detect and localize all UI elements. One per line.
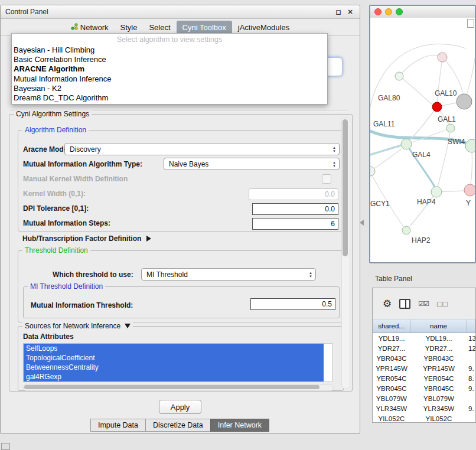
table-cell: YBR043C xyxy=(410,355,467,362)
network-node[interactable] xyxy=(431,187,442,197)
column-header-extra[interactable] xyxy=(467,319,475,332)
close-traffic-light-icon[interactable] xyxy=(374,8,382,15)
columns-icon[interactable] xyxy=(399,299,410,309)
table-row[interactable]: YLR345WYLR345W9. xyxy=(373,403,475,413)
algorithm-option-dream8-dc-tdc-algorithm[interactable]: Dream8 DC_TDC Algorithm xyxy=(12,93,327,103)
settings-vertical-scrollbar[interactable] xyxy=(341,118,350,389)
panel-grip-icon[interactable] xyxy=(1,443,10,450)
attributes-horizontal-scrollbar[interactable] xyxy=(23,384,334,391)
bottom-tab-bar: Impute DataDiscretize DataInfer Network xyxy=(1,419,360,432)
table-row[interactable]: YBR043CYBR043C xyxy=(373,353,475,363)
table-row[interactable]: YIL052CYIL052C xyxy=(373,413,475,423)
manual-kernel-checkbox[interactable] xyxy=(322,174,331,184)
table-row[interactable]: YBR045CYBR045C9. xyxy=(373,383,475,393)
table-cell: YBR045C xyxy=(373,385,410,392)
table-rows: YDL19...YDL19...13YDR27...YDR27...12YBR0… xyxy=(373,333,475,423)
which-threshold-combo[interactable]: MI Threshold ▲▼ xyxy=(141,268,316,281)
table-panel-title: Table Panel xyxy=(375,275,412,283)
mi-type-value: Naive Bayes xyxy=(169,160,208,168)
bottom-tab-discretize-data[interactable]: Discretize Data xyxy=(145,419,211,432)
network-edge[interactable] xyxy=(370,149,402,171)
table-row[interactable]: YPR145WYPR145W9. xyxy=(373,363,475,373)
network-edge[interactable] xyxy=(442,57,463,94)
aracne-mode-combo[interactable]: Discovery ▲▼ xyxy=(64,143,340,155)
mi-threshold-label: Mutual Information Threshold: xyxy=(31,301,133,309)
network-edge[interactable] xyxy=(370,145,402,155)
table-cell: YPR145W xyxy=(410,365,467,372)
data-attributes-label: Data Attributes xyxy=(23,332,74,341)
network-graph[interactable]: GAL80GAL10GAL11GAL1SWI4GAL4GCY1HAP4HAP2Y xyxy=(370,18,475,262)
network-canvas[interactable]: GAL80GAL10GAL11GAL1SWI4GAL4GCY1HAP4HAP2Y xyxy=(370,18,475,262)
table-cell: 8. xyxy=(467,375,475,382)
scrollbar-thumb[interactable] xyxy=(24,385,319,389)
table-cell: YDR27... xyxy=(373,345,410,352)
attribute-item-betweennesscentrality[interactable]: BetweennessCentrality xyxy=(24,363,324,372)
network-node[interactable] xyxy=(465,139,475,152)
network-node[interactable] xyxy=(457,94,472,109)
network-node[interactable] xyxy=(401,139,412,149)
network-edge[interactable] xyxy=(399,76,432,105)
table-cell: 9. xyxy=(467,405,475,412)
network-node[interactable] xyxy=(446,124,455,132)
minimize-traffic-light-icon[interactable] xyxy=(385,8,392,15)
apply-button[interactable]: Apply xyxy=(159,400,201,414)
algorithm-option-aracne-algorithm[interactable]: ARACNE Algorithm xyxy=(12,64,327,74)
attribute-item-selfloops[interactable]: SelfLoops xyxy=(24,344,324,353)
canvas-scrollbar-button[interactable] xyxy=(467,19,474,28)
table-row[interactable]: YER054CYER054C8. xyxy=(373,373,475,383)
panel-collapse-arrow-icon[interactable] xyxy=(360,220,364,226)
mi-algorithm-type-combo[interactable]: Naive Bayes ▲▼ xyxy=(164,158,340,170)
node-label-gcy1: GCY1 xyxy=(370,200,390,208)
network-node[interactable] xyxy=(438,53,447,62)
network-node[interactable] xyxy=(464,184,475,196)
table-row[interactable]: YDR27...YDR27...12 xyxy=(373,343,475,353)
algorithm-option-bayesian-hill-climbing[interactable]: Bayesian - Hill Climbing xyxy=(12,45,327,55)
gear-icon[interactable]: ⚙ xyxy=(383,299,392,309)
close-icon[interactable]: ✕ xyxy=(345,8,355,16)
hub-definition-toggle[interactable]: Hub/Transcription Factor Definition xyxy=(22,234,151,243)
network-node[interactable] xyxy=(432,102,442,112)
dpi-tolerance-field[interactable] xyxy=(252,203,338,215)
column-header-shared-name[interactable]: shared... xyxy=(373,319,410,332)
combo-arrows-icon: ▲▼ xyxy=(332,161,336,168)
network-node[interactable] xyxy=(395,72,403,80)
table-row[interactable]: YDL19...YDL19...13 xyxy=(373,333,475,343)
network-edge[interactable] xyxy=(410,192,436,226)
which-threshold-value: MI Threshold xyxy=(146,270,188,279)
table-cell: YPR145W xyxy=(373,365,410,372)
attribute-item-topologicalcoefficient[interactable]: TopologicalCoefficient xyxy=(24,353,324,363)
select-all-checkboxes-icon[interactable]: ☑☑ xyxy=(418,300,429,308)
mi-steps-label: Mutual Information Steps: xyxy=(23,219,110,227)
kernel-width-field[interactable] xyxy=(249,188,338,200)
mi-type-label: Mutual Information Algorithm Type: xyxy=(23,160,142,168)
sources-toggle[interactable]: Sources for Network Inference xyxy=(22,322,133,330)
mi-steps-field[interactable] xyxy=(252,218,338,230)
table-row[interactable]: YBL079WYBL079W xyxy=(373,393,475,403)
zoom-traffic-light-icon[interactable] xyxy=(396,8,403,15)
hub-definition-label: Hub/Transcription Factor Definition xyxy=(22,234,141,243)
table-cell: YER054C xyxy=(410,375,467,382)
mi-threshold-field[interactable] xyxy=(250,298,335,310)
float-window-icon[interactable]: ◻ xyxy=(334,8,343,16)
network-window-titlebar xyxy=(370,6,475,18)
combo-arrows-icon: ▲▼ xyxy=(332,146,336,153)
column-header-name[interactable]: name xyxy=(410,319,467,332)
algorithm-option-basic-correlation-inference[interactable]: Basic Correlation Inference xyxy=(12,55,327,64)
node-label-swi4: SWI4 xyxy=(448,138,465,146)
network-edge[interactable] xyxy=(442,103,457,106)
attribute-item-gal4rgexp[interactable]: gal4RGexp xyxy=(24,372,324,381)
network-node[interactable] xyxy=(370,167,375,176)
node-label-gal11: GAL11 xyxy=(373,120,395,128)
network-edge[interactable] xyxy=(399,55,438,76)
bottom-tab-impute-data[interactable]: Impute Data xyxy=(90,419,146,432)
network-node[interactable] xyxy=(402,226,410,234)
algorithm-option-mutual-information-inference[interactable]: Mutual Information Inference xyxy=(12,74,327,84)
algorithm-option-bayesian-k2[interactable]: Bayesian - K2 xyxy=(12,84,327,93)
tab-label: jActiveModules xyxy=(238,23,289,32)
bottom-tab-infer-network[interactable]: Infer Network xyxy=(210,419,269,432)
algorithm-combo-fragment[interactable] xyxy=(326,57,343,76)
deselect-all-checkboxes-icon[interactable]: ▢▢ xyxy=(436,300,448,308)
table-cell: YDL19... xyxy=(373,335,410,342)
cyni-algorithm-settings-group: Cyni Algorithm Settings Algorithm Defini… xyxy=(9,114,353,392)
scrollbar-thumb[interactable] xyxy=(343,119,348,256)
